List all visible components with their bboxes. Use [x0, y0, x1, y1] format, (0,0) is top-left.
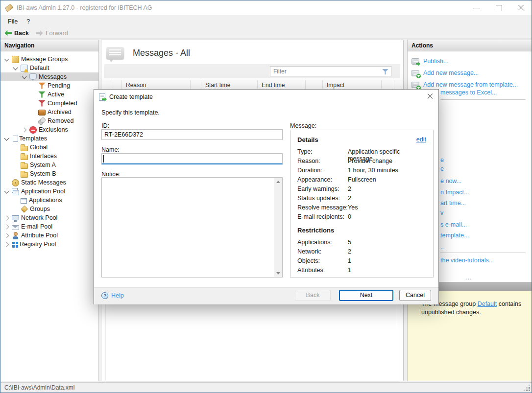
- notice-field[interactable]: [101, 177, 283, 277]
- back-arrow-icon: [4, 30, 12, 36]
- chevron-icon[interactable]: [30, 100, 36, 107]
- chevron-icon[interactable]: [12, 65, 19, 71]
- tree-item-icon: [12, 242, 18, 248]
- action-link-fragment[interactable]: e: [440, 157, 444, 163]
- tree-item[interactable]: Active: [0, 90, 98, 99]
- restrictions-heading: Restrictions: [297, 227, 426, 234]
- maximize-button[interactable]: [487, 0, 509, 15]
- action-link-fragment[interactable]: art time...: [440, 200, 466, 207]
- chevron-icon[interactable]: [3, 241, 10, 248]
- notice-scrollbar[interactable]: [274, 178, 282, 277]
- chevron-icon[interactable]: [12, 162, 19, 168]
- tree-item-icon: [21, 65, 28, 72]
- action-link-fragment[interactable]: v: [440, 209, 443, 216]
- forward-button[interactable]: Forward: [36, 30, 68, 37]
- column-header[interactable]: [101, 80, 110, 90]
- detail-row: Duration: 1 hour, 30 minutes: [297, 167, 426, 176]
- chevron-icon[interactable]: [3, 188, 10, 195]
- tree-item[interactable]: Network Pool: [0, 213, 98, 222]
- tree-item[interactable]: Exclusions: [0, 125, 98, 134]
- chevron-icon[interactable]: [21, 74, 27, 80]
- back-button[interactable]: Back: [4, 30, 29, 37]
- column-header[interactable]: End time: [258, 80, 306, 90]
- default-group-link[interactable]: Default: [478, 301, 497, 307]
- tree-item[interactable]: Default: [0, 64, 98, 72]
- column-header[interactable]: [191, 80, 201, 90]
- filter-input[interactable]: [270, 67, 368, 76]
- tree-item[interactable]: Attribute Pool: [0, 231, 98, 240]
- tree-item[interactable]: Static Messages: [0, 178, 98, 187]
- tree-item[interactable]: Templates: [0, 134, 98, 143]
- minimize-button[interactable]: [465, 0, 487, 15]
- chevron-icon[interactable]: [30, 92, 36, 98]
- chevron-icon[interactable]: [3, 232, 10, 239]
- column-header[interactable]: Reason: [122, 80, 191, 90]
- action-link-fragment[interactable]: s e-mail...: [440, 221, 467, 228]
- tree-item[interactable]: Groups: [0, 205, 98, 213]
- chevron-icon[interactable]: [3, 224, 10, 230]
- tree-item[interactable]: Application Pool: [0, 187, 98, 196]
- action-link[interactable]: Publish...: [411, 55, 532, 67]
- menu-item[interactable]: File: [3, 17, 22, 26]
- action-link-fragment[interactable]: the video-tutorials...: [440, 257, 494, 264]
- tree-item[interactable]: E-mail Pool: [0, 222, 98, 231]
- tree-item[interactable]: System A: [0, 161, 98, 169]
- menu-item[interactable]: ?: [22, 17, 34, 26]
- action-link-fragment[interactable]: template...: [440, 232, 469, 239]
- column-header[interactable]: [306, 80, 323, 90]
- tree-item[interactable]: Applications: [0, 196, 98, 205]
- action-link-fragment[interactable]: n Impact...: [440, 189, 469, 196]
- tree-item[interactable]: Pending: [0, 81, 98, 90]
- action-link[interactable]: Add new message...: [411, 67, 532, 79]
- chevron-icon[interactable]: [30, 109, 36, 116]
- tree-item[interactable]: System B: [0, 169, 98, 178]
- scroll-down-icon[interactable]: [274, 269, 282, 277]
- tree-item[interactable]: Completed: [0, 99, 98, 108]
- action-link-fragment[interactable]: messages to Excel...: [440, 89, 497, 96]
- tree-item-icon: [12, 232, 19, 239]
- column-header[interactable]: Start time: [201, 80, 258, 90]
- tree-item[interactable]: Archived: [0, 108, 98, 116]
- tree-item[interactable]: Global: [0, 143, 98, 152]
- filter-funnel-icon[interactable]: [382, 69, 388, 75]
- column-header[interactable]: Impact: [323, 80, 382, 90]
- tree-item[interactable]: Messages: [0, 72, 98, 81]
- chevron-icon[interactable]: [12, 144, 19, 151]
- action-link-fragment[interactable]: ..: [440, 244, 444, 251]
- chevron-icon[interactable]: [3, 215, 10, 221]
- chevron-icon[interactable]: [12, 153, 19, 160]
- chevron-icon[interactable]: [21, 127, 27, 133]
- next-button[interactable]: Next: [339, 290, 393, 301]
- chevron-icon[interactable]: [30, 118, 36, 124]
- tree-item-label: Pending: [48, 82, 70, 89]
- action-link-fragment[interactable]: e now...: [440, 178, 461, 185]
- scroll-up-icon[interactable]: [274, 178, 282, 185]
- dialog-close-icon[interactable]: [426, 92, 434, 100]
- action-link-fragment[interactable]: ...: [465, 274, 472, 281]
- action-link-fragment[interactable]: [440, 99, 526, 100]
- action-link-fragment[interactable]: [440, 253, 526, 253]
- column-header[interactable]: [110, 80, 122, 90]
- close-button[interactable]: [509, 0, 532, 15]
- tree-item[interactable]: Message Groups: [0, 55, 98, 64]
- column-header[interactable]: [382, 80, 394, 90]
- edit-link[interactable]: edit: [416, 136, 426, 143]
- back-dialog-button[interactable]: Back: [295, 290, 331, 301]
- chevron-icon[interactable]: [12, 197, 19, 204]
- chevron-icon[interactable]: [12, 171, 19, 177]
- chevron-icon[interactable]: [12, 206, 19, 212]
- resize-grip-icon[interactable]: [529, 390, 530, 391]
- chevron-icon[interactable]: [30, 83, 36, 89]
- chevron-icon[interactable]: [3, 56, 10, 63]
- cancel-button[interactable]: Cancel: [399, 290, 431, 301]
- tree-item[interactable]: Removed: [0, 116, 98, 125]
- chevron-icon[interactable]: [3, 180, 10, 186]
- tree-item[interactable]: Registry Pool: [0, 240, 98, 249]
- name-field[interactable]: [101, 153, 283, 164]
- detail-label: E-mail recipients:: [297, 213, 348, 223]
- tree-item[interactable]: Interfaces: [0, 152, 98, 161]
- chevron-icon[interactable]: [3, 136, 10, 142]
- help-link[interactable]: Help: [101, 292, 124, 299]
- action-link-fragment[interactable]: e: [440, 165, 444, 172]
- id-field[interactable]: [101, 129, 283, 140]
